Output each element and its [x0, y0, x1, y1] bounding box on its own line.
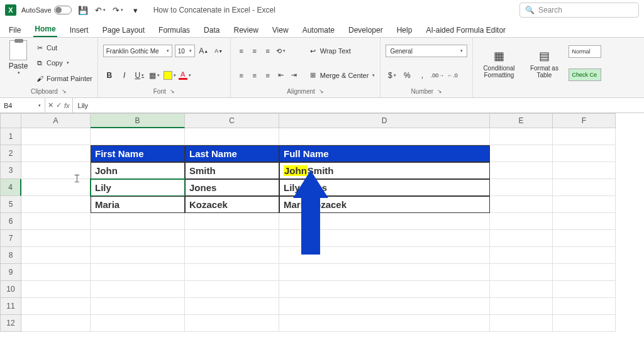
cell-F1[interactable] — [553, 128, 616, 145]
cell-F3[interactable] — [553, 162, 616, 179]
toggle-off-icon[interactable] — [54, 6, 72, 14]
cell-D9[interactable] — [279, 264, 490, 281]
copy-button[interactable]: ⧉Copy▾ — [35, 56, 92, 70]
cell-D6[interactable] — [279, 213, 490, 230]
cell-C12[interactable] — [185, 315, 279, 332]
cancel-formula-button[interactable]: ✕ — [48, 101, 53, 109]
cell-E12[interactable] — [490, 315, 553, 332]
bold-button[interactable]: B — [103, 69, 116, 82]
table-cell[interactable]: Smith — [185, 162, 279, 179]
increase-decimal-button[interactable]: .00→ — [431, 69, 443, 82]
number-dialog-launcher[interactable]: ↘ — [437, 88, 442, 94]
cell-C7[interactable] — [185, 230, 279, 247]
row-header-11[interactable]: 11 — [0, 298, 21, 315]
row-header-2[interactable]: 2 — [0, 145, 21, 162]
cell-D8[interactable] — [279, 247, 490, 264]
table-cell[interactable]: John Smith — [279, 162, 490, 179]
redo-button[interactable]: ↷▾ — [112, 4, 125, 16]
cell-B10[interactable] — [91, 281, 185, 298]
comma-style-button[interactable]: , — [416, 69, 428, 82]
cell-F4[interactable] — [553, 179, 616, 196]
table-cell[interactable]: Jones — [185, 179, 279, 196]
cell-A4[interactable] — [21, 179, 91, 196]
percent-button[interactable]: % — [401, 69, 413, 82]
column-header-A[interactable]: A — [21, 113, 91, 128]
row-header-5[interactable]: 5 — [0, 196, 21, 213]
cell-E7[interactable] — [490, 230, 553, 247]
tab-page-layout[interactable]: Page Layout — [101, 23, 146, 37]
cell-A6[interactable] — [21, 213, 91, 230]
clipboard-dialog-launcher[interactable]: ↘ — [62, 88, 67, 94]
row-header-3[interactable]: 3 — [0, 162, 21, 179]
orientation-button[interactable]: ⟲▾ — [275, 45, 287, 57]
cell-E8[interactable] — [490, 247, 553, 264]
formula-input[interactable]: Lily — [73, 98, 644, 112]
row-header-7[interactable]: 7 — [0, 230, 21, 247]
tab-insert[interactable]: Insert — [69, 23, 90, 37]
cell-style-normal[interactable]: Normal — [569, 45, 601, 58]
qat-customize[interactable]: ▾ — [130, 4, 142, 16]
table-header[interactable]: Last Name — [185, 145, 279, 162]
cell-F6[interactable] — [553, 213, 616, 230]
wrap-text-button[interactable]: ↩Wrap Text — [309, 44, 375, 58]
cell-B12[interactable] — [91, 315, 185, 332]
tab-help[interactable]: Help — [396, 23, 414, 37]
align-left-button[interactable]: ≡ — [236, 70, 247, 81]
cell-F5[interactable] — [553, 196, 616, 213]
enter-formula-button[interactable]: ✓ — [56, 101, 62, 109]
cell-A9[interactable] — [21, 264, 91, 281]
cell-style-check[interactable]: Check Ce — [569, 69, 601, 81]
cell-A10[interactable] — [21, 281, 91, 298]
cell-D11[interactable] — [279, 298, 490, 315]
format-as-table-button[interactable]: ▤ Format as Table — [523, 40, 565, 86]
table-cell[interactable]: Maria — [91, 196, 185, 213]
borders-button[interactable]: ▦▾ — [148, 69, 161, 82]
column-header-D[interactable]: D — [279, 113, 490, 128]
cell-A12[interactable] — [21, 315, 91, 332]
row-header-10[interactable]: 10 — [0, 281, 21, 298]
cell-F9[interactable] — [553, 264, 616, 281]
cell-A7[interactable] — [21, 230, 91, 247]
tab-formulas[interactable]: Formulas — [157, 23, 191, 37]
cell-A1[interactable] — [21, 128, 91, 145]
name-box[interactable]: B4▾ — [0, 98, 45, 112]
cell-B9[interactable] — [91, 264, 185, 281]
conditional-formatting-button[interactable]: ▦ Conditional Formatting — [478, 40, 519, 86]
column-header-E[interactable]: E — [490, 113, 553, 128]
cell-C11[interactable] — [185, 298, 279, 315]
cell-E5[interactable] — [490, 196, 553, 213]
tab-review[interactable]: Review — [232, 23, 259, 37]
tab-data[interactable]: Data — [203, 23, 221, 37]
column-header-B[interactable]: B — [91, 113, 185, 128]
cell-B11[interactable] — [91, 298, 185, 315]
cell-F8[interactable] — [553, 247, 616, 264]
cell-D7[interactable] — [279, 230, 490, 247]
align-bottom-button[interactable]: ≡ — [262, 45, 274, 57]
cell-E4[interactable] — [490, 179, 553, 196]
cell-C9[interactable] — [185, 264, 279, 281]
paste-button[interactable]: Paste ▾ — [5, 40, 31, 86]
cell-F10[interactable] — [553, 281, 616, 298]
cell-A3[interactable] — [21, 162, 91, 179]
tab-file[interactable]: File — [8, 23, 22, 37]
tab-automate[interactable]: Automate — [301, 23, 336, 37]
cell-C10[interactable] — [185, 281, 279, 298]
search-input[interactable]: 🔍 Search — [519, 3, 639, 18]
cell-D12[interactable] — [279, 315, 490, 332]
increase-font-button[interactable]: A▲ — [197, 45, 210, 57]
font-color-button[interactable]: A▾ — [179, 69, 191, 82]
italic-button[interactable]: I — [118, 69, 131, 82]
grid-body[interactable]: First NameLast NameFull NameJohnSmithJoh… — [21, 128, 616, 332]
increase-indent-button[interactable]: ⇥ — [289, 70, 300, 81]
row-header-9[interactable]: 9 — [0, 264, 21, 281]
cell-B8[interactable] — [91, 247, 185, 264]
table-cell[interactable]: Lily Jones — [279, 179, 490, 196]
cell-A8[interactable] — [21, 247, 91, 264]
cell-E11[interactable] — [490, 298, 553, 315]
column-header-C[interactable]: C — [185, 113, 279, 128]
tab-ai-aided-formula-editor[interactable]: AI-aided Formula Editor — [425, 23, 507, 37]
font-size-dropdown[interactable]: 10▾ — [175, 45, 195, 57]
cell-F12[interactable] — [553, 315, 616, 332]
cell-E3[interactable] — [490, 162, 553, 179]
table-cell[interactable]: Kozacek — [185, 196, 279, 213]
